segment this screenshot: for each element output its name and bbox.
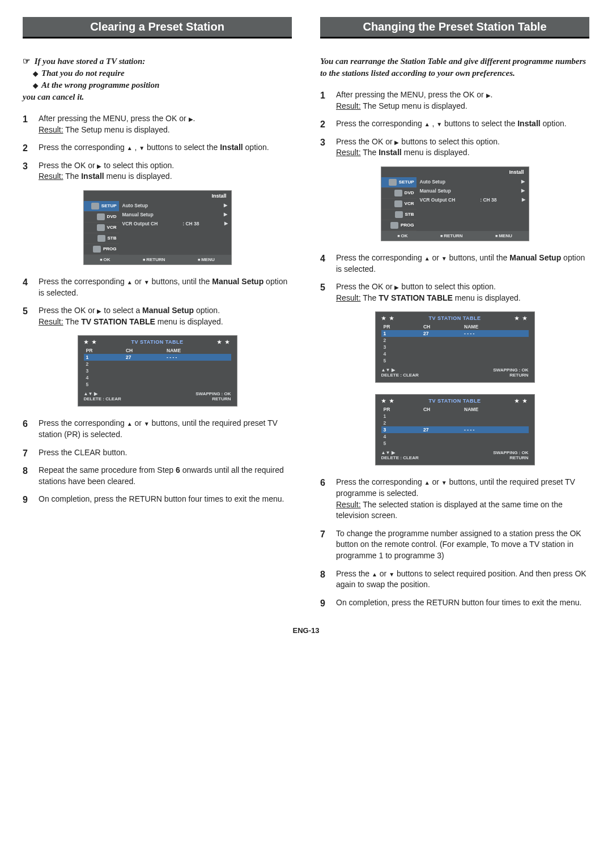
col-name: NAME	[164, 347, 231, 354]
osd-install-menu: Install SETUP DVD VCR STB PROG Auto Setu…	[83, 190, 232, 265]
osd-body: SETUP DVD VCR STB PROG Auto Setup▶ Manua…	[381, 177, 529, 231]
text: option.	[194, 306, 220, 315]
result-label: Result:	[336, 500, 361, 509]
osd-ok: OK	[100, 257, 110, 262]
cell: 2	[381, 420, 421, 426]
play-icon	[189, 114, 193, 123]
text: buttons, until the	[150, 277, 212, 286]
up-icon	[372, 569, 377, 578]
text: Press the	[336, 569, 372, 578]
label: DVD	[405, 190, 414, 195]
left-step-2: Press the corresponding , buttons to sel…	[23, 142, 292, 153]
text: buttons to select the	[144, 143, 220, 152]
osd-table-title: TV STATION TABLE	[429, 315, 481, 321]
station-table: PRCHNAME 127- - - - 2 3 4 5	[381, 323, 529, 364]
vcr-icon	[394, 200, 402, 207]
table-row: 127- - - -	[84, 354, 231, 361]
text: After pressing the MENU, press the OK or	[336, 90, 486, 99]
text: Press the corresponding	[39, 277, 127, 286]
foot-right: SWAPPING : OKRETURN	[196, 391, 231, 401]
right-step-5: Press the OK or button to select this op…	[320, 281, 589, 303]
cell: 27	[124, 354, 164, 361]
text: or	[430, 253, 441, 262]
stars-icon: ★ ★	[217, 339, 231, 345]
nav-icons: ▲▼ ▶	[381, 367, 395, 373]
result-label: Result:	[336, 293, 361, 302]
text: to select this option.	[101, 161, 174, 170]
osd-install-menu: Install SETUP DVD VCR STB PROG Auto Setu…	[381, 166, 529, 241]
text: .	[193, 114, 196, 123]
osd-tab-dvd: DVD	[84, 212, 119, 223]
right-title: Changing the Preset Station Table	[320, 17, 589, 39]
label: STB	[405, 212, 414, 217]
intro-bullet1: That you do not require	[23, 69, 125, 78]
text: Press the corresponding	[336, 477, 424, 486]
chevron-right-icon: ▶	[224, 212, 227, 217]
osd-table-foot: ▲▼ ▶DELETE : CLEAR SWAPPING : OKRETURN	[381, 367, 529, 378]
gear-icon	[389, 179, 397, 186]
text: Repeat the same procedure from Step	[39, 465, 176, 474]
manual-page: Clearing a Preset Station ☞ If you have …	[23, 17, 589, 615]
osd-row: Manual Setup▶	[420, 186, 525, 195]
col-ch: CH	[124, 347, 164, 354]
left-step-4: Press the corresponding or buttons, unti…	[23, 276, 292, 298]
bold: Install	[220, 143, 243, 152]
osd-row: VCR Output CH: CH 38▶	[122, 219, 228, 228]
osd-table-head: ★ ★ TV STATION TABLE ★ ★	[381, 398, 529, 404]
value: : CH 38	[480, 197, 496, 203]
result-label: Result:	[39, 317, 63, 326]
value: : CH 38	[182, 221, 199, 226]
vcr-icon	[97, 224, 105, 231]
right-step-9: On completion, press the RETURN button f…	[320, 597, 589, 609]
cell: 1	[84, 354, 124, 361]
osd-tab-prog: PROG	[381, 220, 416, 231]
intro-line2: you can cancel it.	[23, 92, 84, 101]
text: ,	[133, 143, 139, 152]
cell: 27	[421, 330, 462, 337]
chevron-right-icon: ▶	[224, 203, 227, 208]
result-label: Result:	[39, 172, 63, 181]
table-row: 3	[84, 367, 231, 374]
text: buttons to select the	[442, 119, 517, 128]
osd-content: Auto Setup▶ Manual Setup▶ VCR Output CH:…	[119, 201, 231, 255]
osd-return: RETURN	[440, 233, 463, 238]
up-icon	[127, 143, 133, 152]
right-steps: After pressing the MENU, press the OK or…	[320, 89, 589, 159]
cell: 4	[84, 374, 124, 381]
text: Press the OK or	[336, 282, 394, 291]
osd-table-title: TV STATION TABLE	[429, 398, 481, 404]
cell: 3	[381, 426, 421, 433]
intro-bullet2: At the wrong programme position	[23, 80, 159, 89]
return-hint: RETURN	[509, 373, 528, 378]
up-icon	[424, 253, 430, 262]
text: The selected station is displayed at the…	[336, 500, 563, 520]
stb-icon	[97, 235, 105, 242]
bold: 6	[176, 465, 180, 474]
right-step-3: Press the OK or buttons to select this o…	[320, 136, 589, 159]
bold: Manual Setup	[142, 306, 194, 315]
text: menu is displayed.	[453, 293, 521, 302]
label: PROG	[103, 246, 117, 251]
right-step-7: To change the programme number assigned …	[320, 528, 589, 562]
osd-table-foot: ▲▼ ▶DELETE : CLEAR SWAPPING : OKRETURN	[381, 450, 529, 460]
osd-sidebar: SETUP DVD VCR STB PROG	[84, 201, 119, 255]
col-name: NAME	[462, 406, 528, 413]
page-number: ENG-13	[23, 626, 589, 635]
text: The Setup menu is displayed.	[361, 101, 468, 110]
table-row: 2	[381, 337, 529, 344]
bold: Install	[379, 148, 401, 157]
gear-icon	[91, 203, 99, 209]
osd-tab-stb: STB	[381, 209, 416, 220]
osd-row: VCR Output CH: CH 38▶	[420, 195, 525, 204]
label: DVD	[107, 214, 117, 219]
left-step-3: Press the OK or to select this option. R…	[23, 160, 292, 182]
result-label: Result:	[336, 101, 361, 110]
label: VCR	[107, 225, 117, 230]
table-header: PRCHNAME	[381, 323, 529, 330]
delete-hint: DELETE : CLEAR	[381, 455, 419, 460]
text: The	[361, 293, 379, 302]
col-name: NAME	[462, 323, 528, 330]
cell: - - - -	[164, 354, 231, 361]
osd-sidebar: SETUP DVD VCR STB PROG	[381, 177, 416, 231]
left-step-6: Press the corresponding or buttons, unti…	[23, 418, 292, 440]
